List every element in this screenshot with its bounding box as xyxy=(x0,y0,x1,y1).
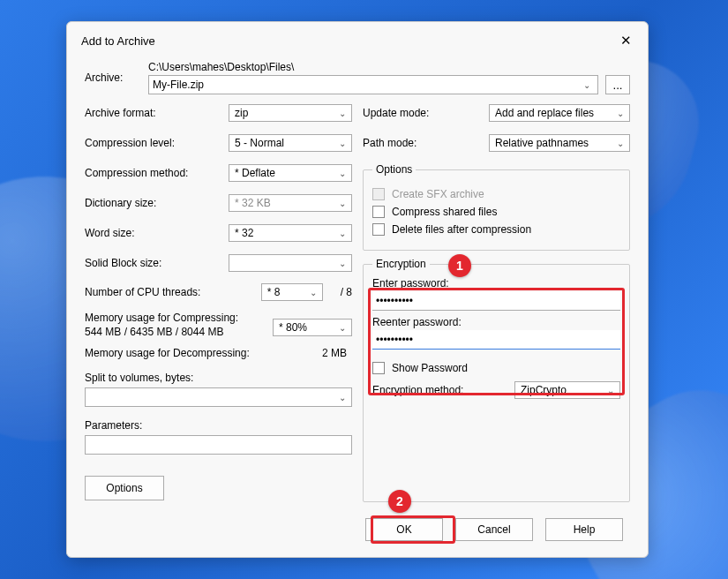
shared-checkbox[interactable] xyxy=(372,206,385,218)
archive-filename-combo[interactable]: ⌄ xyxy=(148,75,598,94)
sfx-row: Create SFX archive xyxy=(372,188,620,200)
word-label: Word size: xyxy=(85,227,229,239)
cpu-select[interactable]: * 8⌄ xyxy=(261,283,323,301)
show-password-row[interactable]: Show Password xyxy=(372,362,620,374)
memc-values: 544 MB / 6435 MB / 8044 MB xyxy=(85,326,273,338)
chevron-down-icon[interactable]: ⌄ xyxy=(335,259,349,268)
chevron-down-icon[interactable]: ⌄ xyxy=(613,139,627,148)
dict-select[interactable]: * 32 KB⌄ xyxy=(229,194,352,212)
split-label: Split to volumes, bytes: xyxy=(85,372,352,384)
encryption-legend: Encryption xyxy=(372,258,430,270)
enter-password-label: Enter password: xyxy=(372,277,620,290)
archive-label: Archive: xyxy=(85,71,138,84)
enter-password-input[interactable] xyxy=(372,291,620,311)
memc-label: Memory usage for Compressing: xyxy=(85,312,273,324)
delete-row[interactable]: Delete files after compression xyxy=(372,223,620,236)
callout-1: 1 xyxy=(448,254,471,277)
enc-method-label: Encryption method: xyxy=(372,384,514,396)
delete-checkbox[interactable] xyxy=(372,223,385,236)
block-label: Solid Block size: xyxy=(85,257,229,269)
sfx-label: Create SFX archive xyxy=(392,188,484,200)
add-to-archive-dialog: Add to Archive ✕ Archive: C:\Users\mahes… xyxy=(66,21,649,558)
chevron-down-icon[interactable]: ⌄ xyxy=(335,393,349,402)
params-label: Parameters: xyxy=(85,419,352,432)
chevron-down-icon[interactable]: ⌄ xyxy=(580,80,594,90)
shared-label: Compress shared files xyxy=(392,206,497,218)
dict-label: Dictionary size: xyxy=(85,197,229,209)
show-password-checkbox[interactable] xyxy=(372,362,385,374)
reenter-password-label: Reenter password: xyxy=(372,316,620,328)
close-icon[interactable]: ✕ xyxy=(615,31,637,50)
show-password-label: Show Password xyxy=(392,362,468,374)
memd-label: Memory usage for Decompressing: xyxy=(85,347,322,359)
chevron-down-icon[interactable]: ⌄ xyxy=(604,386,618,395)
encryption-group: Encryption 1 Enter password: Reenter pas… xyxy=(363,258,630,502)
browse-button[interactable]: ... xyxy=(605,75,630,94)
dialog-title: Add to Archive xyxy=(81,34,155,48)
word-select[interactable]: * 32⌄ xyxy=(229,224,352,242)
cpu-label: Number of CPU threads: xyxy=(85,286,261,298)
chevron-down-icon[interactable]: ⌄ xyxy=(335,169,349,178)
reenter-password-input[interactable] xyxy=(372,330,620,350)
pathmode-label: Path mode: xyxy=(363,137,489,149)
shared-row[interactable]: Compress shared files xyxy=(372,206,620,218)
memd-value: 2 MB xyxy=(322,347,347,359)
update-label: Update mode: xyxy=(363,107,489,119)
titlebar: Add to Archive ✕ xyxy=(78,29,637,56)
memc-select[interactable]: * 80%⌄ xyxy=(273,319,352,336)
chevron-down-icon[interactable]: ⌄ xyxy=(306,288,320,297)
params-input[interactable] xyxy=(85,435,352,455)
options-button[interactable]: Options xyxy=(85,476,164,500)
format-label: Archive format: xyxy=(85,107,229,119)
chevron-down-icon[interactable]: ⌄ xyxy=(335,109,349,118)
archive-path: C:\Users\mahes\Desktop\Files\ xyxy=(148,61,630,73)
chevron-down-icon[interactable]: ⌄ xyxy=(335,139,349,148)
update-select[interactable]: Add and replace files⌄ xyxy=(489,104,630,122)
button-row: 2 OK Cancel Help xyxy=(85,518,630,541)
chevron-down-icon[interactable]: ⌄ xyxy=(613,109,627,118)
chevron-down-icon[interactable]: ⌄ xyxy=(335,323,349,333)
options-group: Options Create SFX archive Compress shar… xyxy=(363,163,630,251)
level-select[interactable]: 5 - Normal⌄ xyxy=(229,134,352,152)
method-select[interactable]: * Deflate⌄ xyxy=(229,164,352,182)
level-label: Compression level: xyxy=(85,137,229,149)
pathmode-select[interactable]: Relative pathnames⌄ xyxy=(489,134,630,152)
sfx-checkbox xyxy=(372,188,385,200)
block-select[interactable]: ⌄ xyxy=(229,254,352,272)
chevron-down-icon[interactable]: ⌄ xyxy=(335,229,349,238)
split-select[interactable]: ⌄ xyxy=(85,387,352,407)
ok-button[interactable]: OK xyxy=(365,518,443,541)
help-button[interactable]: Help xyxy=(545,518,623,541)
method-label: Compression method: xyxy=(85,167,229,179)
chevron-down-icon[interactable]: ⌄ xyxy=(335,199,349,208)
archive-filename-input[interactable] xyxy=(153,79,580,91)
enc-method-select[interactable]: ZipCrypto⌄ xyxy=(514,381,620,399)
format-select[interactable]: zip⌄ xyxy=(229,104,352,122)
cpu-total: / 8 xyxy=(341,286,352,298)
cancel-button[interactable]: Cancel xyxy=(455,518,533,541)
delete-label: Delete files after compression xyxy=(392,223,531,236)
callout-2: 2 xyxy=(388,490,411,513)
options-legend: Options xyxy=(372,163,416,176)
